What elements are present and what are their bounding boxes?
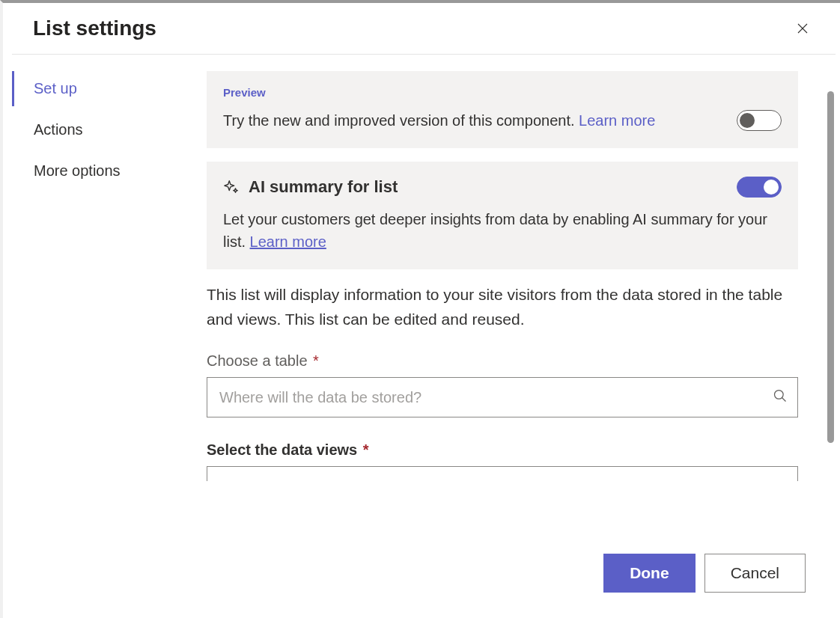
content: Preview Try the new and improved version… <box>207 71 798 481</box>
sparkle-icon <box>223 179 240 195</box>
sidebar-item-label: Set up <box>34 80 77 97</box>
dialog-header: List settings <box>12 3 836 55</box>
svg-point-2 <box>775 391 784 400</box>
dialog-title: List settings <box>33 16 156 40</box>
scrollbar-thumb[interactable] <box>827 91 834 443</box>
cancel-button[interactable]: Cancel <box>704 554 806 593</box>
dialog-body: Set up Actions More options Preview Try … <box>12 55 836 609</box>
select-views-label: Select the data views * <box>207 441 798 459</box>
toggle-thumb <box>764 180 779 195</box>
ai-title-text: AI summary for list <box>249 177 398 197</box>
preview-row: Try the new and improved version of this… <box>223 109 782 132</box>
close-icon <box>796 22 809 35</box>
svg-line-3 <box>782 398 786 402</box>
content-scroll[interactable]: Preview Try the new and improved version… <box>207 55 836 609</box>
preview-text-wrap: Try the new and improved version of this… <box>223 109 655 132</box>
sidebar-item-label: More options <box>34 162 121 179</box>
choose-table-label: Choose a table * <box>207 352 798 370</box>
close-button[interactable] <box>791 16 815 40</box>
search-icon <box>773 388 788 406</box>
ai-title-row: AI summary for list <box>223 177 782 198</box>
sidebar: Set up Actions More options <box>12 55 207 609</box>
sidebar-item-label: Actions <box>34 121 83 138</box>
list-description: This list will display information to yo… <box>207 283 798 331</box>
sidebar-item-actions[interactable]: Actions <box>12 112 207 147</box>
sidebar-item-more-options[interactable]: More options <box>12 153 207 189</box>
required-asterisk: * <box>309 352 319 369</box>
preview-text: Try the new and improved version of this… <box>223 112 579 129</box>
ai-title: AI summary for list <box>223 177 398 197</box>
list-settings-dialog: List settings Set up Actions More option… <box>12 3 836 609</box>
ai-summary-toggle[interactable] <box>737 177 782 198</box>
ai-learn-more-link[interactable]: Learn more <box>250 233 326 250</box>
dialog-footer: Done Cancel <box>12 540 836 609</box>
choose-table-input[interactable] <box>207 377 798 417</box>
required-asterisk: * <box>359 441 368 458</box>
sidebar-item-setup[interactable]: Set up <box>12 71 207 106</box>
preview-badge: Preview <box>223 86 782 99</box>
done-button[interactable]: Done <box>603 554 696 593</box>
preview-learn-more-link[interactable]: Learn more <box>579 112 655 129</box>
choose-table-field <box>207 377 798 417</box>
ai-text-wrap: Let your customers get deeper insights f… <box>223 208 782 253</box>
toggle-thumb <box>740 113 755 128</box>
preview-card: Preview Try the new and improved version… <box>207 71 798 148</box>
preview-toggle[interactable] <box>737 110 782 131</box>
select-views-input[interactable] <box>207 466 798 481</box>
ai-summary-card: AI summary for list Let your customers g… <box>207 162 798 269</box>
